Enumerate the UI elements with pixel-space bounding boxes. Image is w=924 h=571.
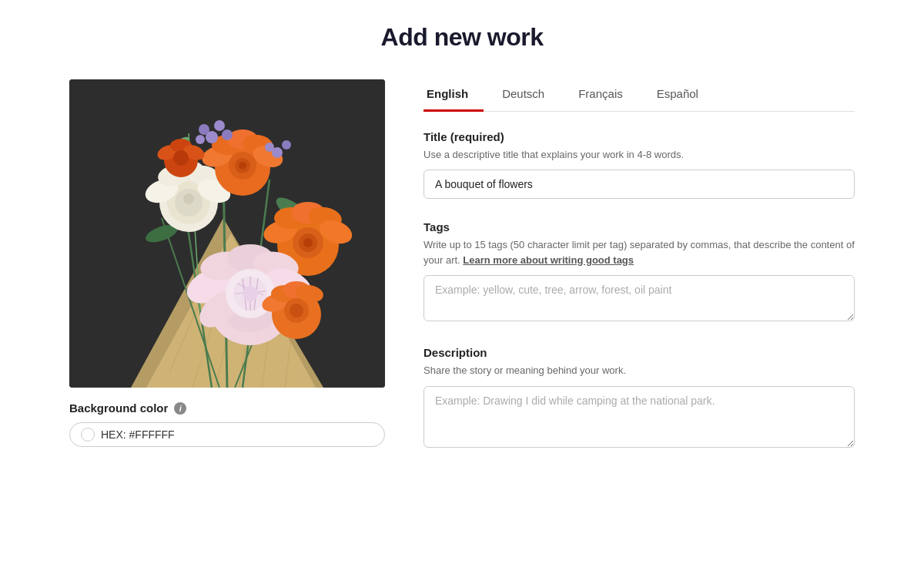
tab-espanol[interactable]: Español xyxy=(654,79,714,112)
title-input[interactable] xyxy=(424,170,855,199)
tags-section: Tags Write up to 15 tags (50 character l… xyxy=(424,220,855,324)
svg-point-56 xyxy=(199,124,209,135)
description-section: Description Share the story or meaning b… xyxy=(424,346,855,451)
hex-color-picker[interactable]: HEX: #FFFFFF xyxy=(69,422,385,447)
background-color-label: Background color xyxy=(69,401,168,415)
svg-point-58 xyxy=(222,129,233,140)
tab-deutsch[interactable]: Deutsch xyxy=(499,79,560,112)
background-color-section: Background color i xyxy=(69,401,385,415)
svg-point-54 xyxy=(173,150,189,166)
tags-label: Tags xyxy=(424,220,855,233)
info-icon[interactable]: i xyxy=(174,402,186,415)
main-layout: Background color i HEX: #FFFFFF English … xyxy=(69,79,855,472)
svg-point-31 xyxy=(183,193,194,204)
svg-point-79 xyxy=(243,286,258,301)
svg-point-59 xyxy=(196,135,205,144)
description-input[interactable] xyxy=(424,386,855,448)
tags-hint: Write up to 15 tags (50 character limit … xyxy=(424,237,855,267)
tab-english[interactable]: English xyxy=(424,79,484,112)
left-panel: Background color i HEX: #FFFFFF xyxy=(69,79,385,447)
tags-learn-more-link[interactable]: Learn more about writing good tags xyxy=(463,254,634,266)
svg-point-61 xyxy=(282,140,291,149)
color-swatch xyxy=(81,428,95,442)
svg-point-57 xyxy=(214,120,225,131)
tags-input[interactable] xyxy=(424,275,855,321)
svg-point-49 xyxy=(303,238,313,247)
description-hint: Share the story or meaning behind your w… xyxy=(424,363,855,378)
page-title: Add new work xyxy=(69,23,855,52)
right-panel: English Deutsch Français Español Title (… xyxy=(424,79,855,472)
description-label: Description xyxy=(424,346,855,359)
tab-francais[interactable]: Français xyxy=(575,79,638,112)
svg-point-86 xyxy=(290,304,303,317)
title-hint: Use a descriptive title that explains yo… xyxy=(424,147,855,163)
language-tabs: English Deutsch Français Español xyxy=(424,79,855,112)
svg-point-62 xyxy=(265,143,274,152)
title-section: Title (required) Use a descriptive title… xyxy=(424,130,855,200)
hex-value: HEX: #FFFFFF xyxy=(101,428,175,441)
title-label: Title (required) xyxy=(424,130,855,143)
artwork-image xyxy=(69,79,385,388)
svg-point-40 xyxy=(239,162,246,170)
